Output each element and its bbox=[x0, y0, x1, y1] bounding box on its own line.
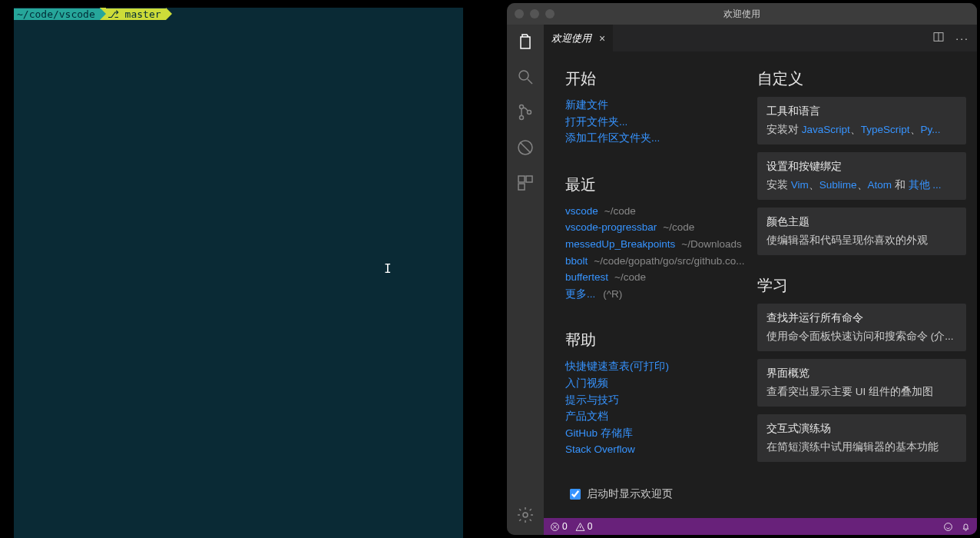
error-icon bbox=[550, 522, 560, 532]
card-body: 安装对 JavaScript、TypeScript、Py... bbox=[766, 123, 957, 137]
card-title: 工具和语言 bbox=[766, 105, 957, 118]
svg-point-11 bbox=[945, 523, 952, 530]
add-workspace-link[interactable]: 添加工作区文件夹... bbox=[565, 132, 660, 144]
card-title: 界面概览 bbox=[766, 367, 957, 380]
recent-item[interactable]: vscode-progressbar~/code bbox=[565, 219, 757, 236]
help-tips-link[interactable]: 提示与技巧 bbox=[565, 394, 619, 406]
card-body: 使用命令面板快速访问和搜索命令 (介... bbox=[766, 330, 957, 344]
tab-label: 欢迎使用 bbox=[551, 32, 591, 45]
traffic-zoom-icon[interactable] bbox=[545, 9, 555, 18]
help-heading: 帮助 bbox=[565, 330, 757, 350]
help-intro-videos-link[interactable]: 入门视频 bbox=[565, 377, 608, 389]
svg-point-0 bbox=[519, 71, 528, 80]
explorer-icon[interactable] bbox=[515, 31, 536, 52]
show-on-startup-toggle[interactable]: 启动时显示欢迎页 bbox=[570, 487, 673, 501]
traffic-minimize-icon[interactable] bbox=[530, 9, 539, 18]
status-feedback-icon[interactable] bbox=[943, 522, 953, 532]
titlebar[interactable]: 欢迎使用 bbox=[507, 3, 977, 25]
split-editor-icon[interactable] bbox=[932, 31, 945, 46]
window-gap bbox=[463, 0, 507, 538]
source-control-icon[interactable] bbox=[515, 101, 536, 123]
svg-rect-6 bbox=[526, 176, 532, 182]
welcome-page: 开始 新建文件 打开文件夹... 添加工作区文件夹... 最近 vscode~/… bbox=[544, 51, 977, 518]
card-title: 查找并运行所有命令 bbox=[766, 311, 957, 325]
terminal-pane[interactable]: ~/code/vscode ⎇ master I bbox=[0, 0, 463, 538]
window-title: 欢迎使用 bbox=[723, 8, 760, 21]
card-body: 安装 Vim、Sublime、Atom 和 其他 ... bbox=[766, 178, 957, 192]
more-actions-icon[interactable]: ··· bbox=[955, 32, 969, 45]
new-file-link[interactable]: 新建文件 bbox=[565, 99, 608, 111]
recent-item[interactable]: vscode~/code bbox=[565, 203, 757, 220]
terminal-prompt: ~/code/vscode ⎇ master bbox=[14, 8, 463, 20]
svg-point-2 bbox=[520, 116, 524, 120]
activity-bar bbox=[507, 25, 544, 535]
start-heading: 开始 bbox=[565, 68, 757, 89]
card-title: 设置和按键绑定 bbox=[766, 160, 957, 174]
help-stackoverflow-link[interactable]: Stack Overflow bbox=[565, 443, 635, 455]
recent-heading: 最近 bbox=[565, 174, 757, 195]
open-folder-link[interactable]: 打开文件夹... bbox=[565, 116, 627, 128]
card-body: 查看突出显示主要 UI 组件的叠加图 bbox=[766, 385, 957, 399]
status-bell-icon[interactable] bbox=[961, 522, 971, 532]
status-warnings[interactable]: 0 bbox=[575, 521, 593, 532]
card-theme[interactable]: 颜色主题 使编辑器和代码呈现你喜欢的外观 bbox=[757, 208, 966, 255]
prompt-cwd: ~/code/vscode bbox=[14, 8, 100, 20]
svg-point-1 bbox=[520, 105, 524, 109]
extensions-icon[interactable] bbox=[515, 172, 536, 194]
recent-item[interactable]: bbolt~/code/gopath/go/src/github.co... bbox=[565, 253, 757, 270]
status-bar: 0 0 bbox=[544, 518, 977, 535]
card-overview[interactable]: 界面概览 查看突出显示主要 UI 组件的叠加图 bbox=[757, 359, 966, 407]
recent-more-hint: (^R) bbox=[603, 288, 622, 300]
status-errors[interactable]: 0 bbox=[550, 521, 568, 532]
prompt-branch: ⎇ master bbox=[106, 8, 166, 20]
settings-gear-icon[interactable] bbox=[515, 504, 536, 526]
search-icon[interactable] bbox=[515, 66, 536, 88]
card-tools[interactable]: 工具和语言 安装对 JavaScript、TypeScript、Py... bbox=[757, 97, 966, 144]
svg-rect-7 bbox=[518, 184, 525, 190]
vscode-window: 欢迎使用 欢迎使用 × · bbox=[507, 3, 977, 535]
tab-close-icon[interactable]: × bbox=[599, 32, 605, 45]
tab-welcome[interactable]: 欢迎使用 × bbox=[544, 25, 613, 51]
prompt-separator-icon bbox=[166, 8, 172, 20]
learn-heading: 学习 bbox=[757, 275, 966, 296]
show-on-startup-checkbox[interactable] bbox=[570, 489, 581, 500]
help-cheatsheet-link[interactable]: 快捷键速查表(可打印) bbox=[565, 360, 669, 372]
debug-icon[interactable] bbox=[515, 137, 536, 158]
card-keymaps[interactable]: 设置和按键绑定 安装 Vim、Sublime、Atom 和 其他 ... bbox=[757, 152, 966, 200]
help-github-link[interactable]: GitHub 存储库 bbox=[565, 427, 633, 439]
help-docs-link[interactable]: 产品文档 bbox=[565, 410, 608, 422]
warning-icon bbox=[575, 522, 585, 532]
svg-point-8 bbox=[523, 513, 528, 517]
svg-point-3 bbox=[528, 111, 531, 115]
recent-item[interactable]: messedUp_Breakpoints~/Downloads bbox=[565, 236, 757, 253]
traffic-close-icon[interactable] bbox=[515, 9, 524, 18]
text-cursor-icon: I bbox=[384, 261, 392, 276]
card-body: 在简短演练中试用编辑器的基本功能 bbox=[766, 440, 957, 454]
recent-more-link[interactable]: 更多... bbox=[565, 288, 595, 300]
show-on-startup-label: 启动时显示欢迎页 bbox=[587, 487, 673, 501]
tab-bar: 欢迎使用 × ··· bbox=[544, 25, 977, 51]
customize-heading: 自定义 bbox=[757, 68, 966, 89]
card-playground[interactable]: 交互式演练场 在简短演练中试用编辑器的基本功能 bbox=[757, 414, 966, 462]
card-title: 颜色主题 bbox=[766, 215, 957, 229]
svg-rect-5 bbox=[518, 176, 525, 182]
recent-item[interactable]: buffertest~/code bbox=[565, 269, 757, 286]
card-commands[interactable]: 查找并运行所有命令 使用命令面板快速访问和搜索命令 (介... bbox=[757, 304, 966, 351]
prompt-separator-icon bbox=[100, 8, 106, 20]
card-title: 交互式演练场 bbox=[766, 422, 957, 436]
card-body: 使编辑器和代码呈现你喜欢的外观 bbox=[766, 234, 957, 247]
